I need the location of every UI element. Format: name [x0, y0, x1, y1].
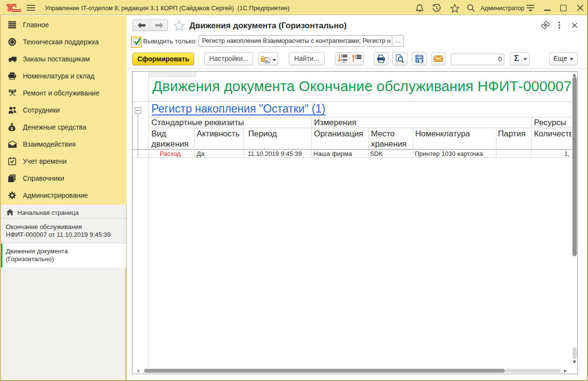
svg-text:$: $ — [11, 125, 14, 131]
